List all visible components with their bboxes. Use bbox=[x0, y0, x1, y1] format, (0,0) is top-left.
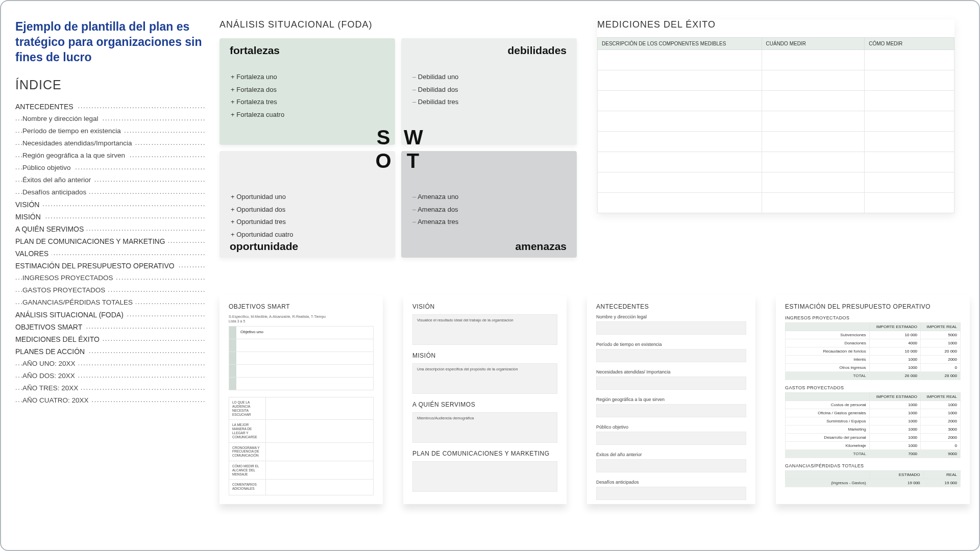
mision-heading: MISIÓN bbox=[412, 352, 557, 359]
expense-table: IMPORTE ESTIMADOIMPORTE REAL Costos de p… bbox=[785, 392, 961, 458]
measures-row bbox=[598, 132, 954, 152]
plan-box bbox=[412, 461, 557, 492]
budget-income-heading: INGRESOS PROYECTADOS bbox=[785, 315, 961, 320]
field-input bbox=[596, 377, 746, 390]
toc-item: A QUIÉN SERVIMOS bbox=[15, 223, 205, 235]
col-real: IMPORTE REAL bbox=[921, 393, 961, 401]
toc-item: GASTOS PROYECTADOS bbox=[15, 284, 205, 296]
swot-s-list: Fortaleza unoFortaleza dosFortaleza tres… bbox=[231, 71, 384, 121]
measures-row bbox=[598, 152, 954, 172]
field-input bbox=[596, 321, 746, 335]
field-label: Público objetivo bbox=[596, 424, 746, 430]
budget-heading: ESTIMACIÓN DEL PRESUPUESTO OPERATIVO bbox=[785, 303, 961, 310]
document-title: Ejemplo de plantilla del plan es tratégi… bbox=[15, 19, 205, 65]
toc-item: AÑO CUATRO: 20XX bbox=[15, 394, 205, 407]
field-input bbox=[596, 487, 746, 500]
matrix-row: COMENTARIOS ADICIONALES bbox=[229, 479, 374, 495]
field-input bbox=[596, 349, 746, 362]
antecedente-field: Período de tiempo en existencia bbox=[596, 342, 746, 362]
measures-table: DESCRIPCIÓN DE LOS COMPONENTES MEDIBLES … bbox=[597, 37, 954, 213]
measures-panel: MEDICIONES DEL ÉXITO DESCRIPCIÓN DE LOS … bbox=[597, 19, 954, 213]
swot-item: Fortaleza tres bbox=[231, 96, 384, 109]
swot-strengths: fortalezas Fortaleza unoFortaleza dosFor… bbox=[219, 38, 395, 145]
toc-item: PLANES DE ACCIÓN bbox=[15, 345, 205, 358]
swot-item: Oportunidad cuatro bbox=[231, 229, 384, 241]
swot-t-list: Amenaza unoAmenaza dosAmenaza tres bbox=[412, 191, 566, 229]
swot-weaknesses: debilidades Debilidad unoDebilidad dosDe… bbox=[401, 38, 577, 145]
col-est: ESTIMADO bbox=[869, 471, 923, 479]
table-of-contents: ANTECEDENTESNombre y dirección legalPerí… bbox=[15, 101, 205, 407]
toc-item: INGRESOS PROYECTADOS bbox=[15, 272, 205, 284]
toc-item: AÑO DOS: 20XX bbox=[15, 370, 205, 382]
serve-heading: A QUIÉN SERVIMOS bbox=[412, 401, 557, 408]
swot-item: Amenaza dos bbox=[412, 204, 566, 216]
measures-row bbox=[598, 70, 954, 91]
budget-row: Costos de personal10001000 bbox=[786, 401, 961, 409]
matrix-label: COMENTARIOS ADICIONALES bbox=[229, 480, 266, 495]
swot-item: Debilidad tres bbox=[412, 96, 566, 109]
thumb-budget: ESTIMACIÓN DEL PRESUPUESTO OPERATIVO ING… bbox=[776, 295, 970, 504]
budget-row: Recaudación de fondos10 00020 000 bbox=[786, 347, 961, 356]
antecedente-field: Nombre y dirección legal bbox=[596, 314, 746, 335]
swot-opportunities: Oportunidad unoOportunidad dosOportunida… bbox=[219, 151, 395, 258]
swot-w-title: debilidades bbox=[507, 44, 567, 57]
toc-item: VALORES bbox=[15, 247, 205, 260]
budget-row: Marketing10003000 bbox=[786, 425, 961, 434]
toc-item: MEDICIONES DEL ÉXITO bbox=[15, 333, 205, 345]
index-panel: Ejemplo de plantilla del plan es tratégi… bbox=[15, 19, 214, 407]
toc-item: OBJETIVOS SMART bbox=[15, 321, 205, 333]
swot-threats: Amenaza unoAmenaza dosAmenaza tres amena… bbox=[401, 151, 577, 258]
toc-item: Período de tiempo en existencia bbox=[15, 125, 205, 137]
objective-row bbox=[229, 364, 374, 378]
matrix-label: LA MEJOR MANERA DE LLEGAR Y COMUNICARSE bbox=[229, 420, 266, 442]
swot-item: Debilidad uno bbox=[412, 71, 566, 84]
col-est: IMPORTE ESTIMADO bbox=[869, 393, 920, 401]
field-label: Período de tiempo en existencia bbox=[596, 342, 746, 347]
index-heading: ÍNDICE bbox=[15, 78, 205, 92]
budget-row: Donaciones40001000 bbox=[786, 339, 961, 347]
toc-item: ANÁLISIS SITUACIONAL (FODA) bbox=[15, 309, 205, 321]
toc-item: Desafíos anticipados bbox=[15, 186, 205, 198]
plan-heading: PLAN DE COMUNICACIONES Y MARKETING bbox=[412, 450, 557, 457]
gp-label: (Ingresos - Gastos) bbox=[786, 479, 870, 487]
budget-row: Interés10002000 bbox=[786, 356, 961, 364]
toc-item: Nombre y dirección legal bbox=[15, 113, 205, 125]
objectives-hint: Lista 3 a 5 bbox=[229, 319, 374, 323]
objectives-sub: S-Específico, M-Medible, A-Alcanzable, R… bbox=[229, 314, 374, 319]
antecedente-field: Éxitos del año anterior bbox=[596, 452, 746, 472]
toc-item: Necesidades atendidas/Importancia bbox=[15, 137, 205, 149]
objective-row bbox=[229, 339, 374, 352]
field-label: Nombre y dirección legal bbox=[596, 314, 746, 319]
swot-item: Fortaleza uno bbox=[231, 71, 384, 84]
field-label: Necesidades atendidas/ Importancia bbox=[596, 369, 746, 374]
serve-text: Miembros/Audiencia demográfica bbox=[412, 412, 557, 443]
preview-area: ANÁLISIS SITUACIONAL (FODA) fortalezas F… bbox=[214, 19, 965, 407]
toc-item: AÑO TRES: 20XX bbox=[15, 382, 205, 394]
field-label: Región geográfica a la que sirven bbox=[596, 397, 746, 402]
matrix-label: LO QUE LA AUDIENCIA NECESITA ESCUCHAR bbox=[229, 397, 266, 419]
swot-item: Oportunidad dos bbox=[231, 204, 384, 216]
budget-row: Kilometraje10000 bbox=[786, 442, 961, 450]
swot-item: Fortaleza dos bbox=[231, 84, 384, 96]
toc-item: MISIÓN bbox=[15, 211, 205, 223]
swot-panel: ANÁLISIS SITUACIONAL (FODA) fortalezas F… bbox=[219, 19, 577, 258]
objectives-heading: OBJETIVOS SMART bbox=[229, 303, 374, 310]
antecedente-field: Desafíos anticipados bbox=[596, 480, 746, 500]
col-est: IMPORTE ESTIMADO bbox=[869, 323, 920, 331]
matrix-row: CÓMO MEDIR EL ALCANCE DEL MENSAJE bbox=[229, 461, 374, 480]
income-table: IMPORTE ESTIMADOIMPORTE REAL Subvencione… bbox=[785, 322, 961, 380]
budget-row: Suministros / Equipos10002000 bbox=[786, 417, 961, 425]
antecedente-field: Región geográfica a la que sirven bbox=[596, 397, 746, 417]
measures-col-3: CÓMO MEDIR bbox=[865, 38, 954, 50]
field-label: Desafíos anticipados bbox=[596, 480, 746, 485]
measures-row bbox=[598, 111, 954, 132]
field-input bbox=[596, 432, 746, 445]
field-label: Éxitos del año anterior bbox=[596, 452, 746, 457]
gp-est: 19 000 bbox=[869, 479, 923, 487]
budget-total: TOTAL26 00028 000 bbox=[786, 372, 961, 380]
measures-row bbox=[598, 172, 954, 193]
budget-total: TOTAL70009000 bbox=[786, 450, 961, 458]
gp-row: (Ingresos - Gastos) 19 000 19 000 bbox=[786, 479, 961, 487]
swot-t-title: amenazas bbox=[516, 240, 567, 253]
objective-row bbox=[229, 377, 374, 390]
